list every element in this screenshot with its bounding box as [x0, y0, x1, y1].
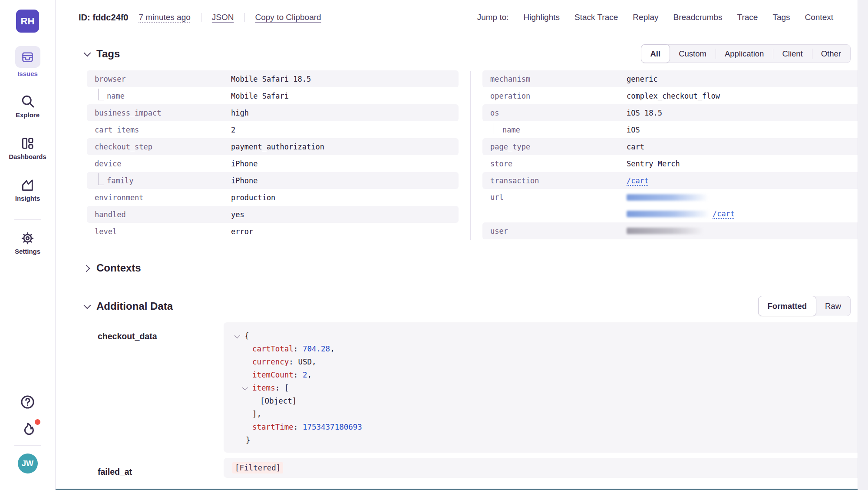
json-key: items: [252, 381, 275, 394]
tag-value: iPhone: [231, 159, 257, 168]
tag-row: user: [482, 222, 862, 239]
tag-filter-application[interactable]: Application: [716, 45, 773, 63]
tag-value: iOS: [627, 126, 640, 134]
json-line: {: [235, 329, 853, 342]
json-line: ],: [235, 407, 853, 420]
sidebar-item-issues[interactable]: Issues: [15, 46, 40, 77]
tag-filter-all[interactable]: All: [641, 44, 670, 63]
contexts-title: Contexts: [96, 262, 141, 274]
collapse-chevron-icon[interactable]: [84, 303, 91, 310]
json-key: currency: [252, 355, 289, 368]
tag-key: url: [482, 189, 627, 206]
json-punc: :: [294, 342, 303, 355]
tag-row: url/cart: [482, 189, 862, 222]
json-num: 704.28: [303, 342, 330, 355]
sidebar-item-insights[interactable]: Insights: [15, 178, 40, 202]
tag-key: store: [482, 159, 627, 168]
tags-filter-group: AllCustomApplicationClientOther: [641, 44, 851, 63]
jump-link-stack-trace[interactable]: Stack Trace: [574, 13, 618, 22]
jump-link-replay[interactable]: Replay: [633, 13, 658, 22]
format-toggle-group: FormattedRaw: [758, 296, 851, 316]
tag-filter-custom[interactable]: Custom: [670, 45, 716, 63]
tag-value: yes: [231, 210, 244, 219]
collapse-chevron-icon[interactable]: [243, 385, 248, 391]
jump-link-trace[interactable]: Trace: [737, 13, 758, 22]
additional-data-title: Additional Data: [96, 300, 173, 312]
tag-key: family: [87, 176, 231, 185]
tag-row: business_impacthigh: [87, 104, 459, 121]
sidebar-label: Issues: [17, 70, 38, 77]
json-str: [Object]: [260, 394, 297, 407]
expand-chevron-icon[interactable]: [84, 265, 91, 271]
tag-filter-client[interactable]: Client: [773, 45, 812, 63]
tags-section-header: Tags AllCustomApplicationClientOther: [56, 44, 868, 63]
tag-value: Sentry Merch: [627, 159, 680, 168]
tag-value: Mobile Safari 18.5: [231, 75, 311, 83]
scrollbar[interactable]: [858, 0, 868, 490]
tags-table: browserMobile Safari 18.5nameMobile Safa…: [56, 70, 868, 240]
json-link[interactable]: JSON: [212, 13, 234, 22]
event-time-link[interactable]: 7 minutes ago: [139, 13, 190, 22]
json-punc: ,: [330, 342, 335, 355]
sidebar-label: Insights: [15, 195, 40, 202]
json-punc: ,: [312, 355, 317, 368]
tag-value: 2: [231, 126, 235, 134]
jump-link-breadcrumbs[interactable]: Breadcrumbs: [673, 13, 723, 22]
org-avatar[interactable]: RH: [16, 10, 39, 33]
tags-title: Tags: [96, 48, 120, 60]
format-toggle-raw[interactable]: Raw: [816, 296, 850, 316]
tag-row: storeSentry Merch: [482, 155, 862, 172]
redacted-url-value: /cart: [627, 189, 735, 222]
sidebar-item-explore[interactable]: Explore: [16, 93, 40, 119]
notification-dot: [35, 419, 40, 425]
json-punc: :: [294, 420, 303, 434]
tag-row: operationcomplex_checkout_flow: [482, 87, 862, 104]
collapse-chevron-icon[interactable]: [84, 50, 91, 57]
sidebar-label: Settings: [15, 248, 40, 255]
tag-value-link[interactable]: /cart: [627, 176, 649, 185]
copy-to-clipboard-link[interactable]: Copy to Clipboard: [255, 13, 321, 22]
json-num: 1753437180693: [303, 420, 362, 434]
sidebar-item-settings[interactable]: Settings: [15, 231, 40, 255]
help-button[interactable]: [20, 394, 36, 412]
divider: [244, 13, 245, 22]
json-str: USD: [298, 355, 312, 368]
user-avatar[interactable]: JW: [18, 454, 38, 473]
jump-link-highlights[interactable]: Highlights: [524, 13, 560, 22]
json-line: currency: USD,: [235, 355, 853, 368]
tag-key: name: [87, 92, 231, 100]
tag-value: payment_authorization: [231, 142, 324, 151]
tag-row: nameMobile Safari: [87, 87, 459, 104]
json-punc: : [: [275, 381, 289, 394]
tag-key: os: [482, 109, 627, 117]
jump-link-context[interactable]: Context: [805, 13, 833, 22]
json-line: startTime: 1753437180693: [235, 420, 853, 434]
tag-row: environmentproduction: [87, 189, 459, 206]
tag-row: page_typecart: [482, 138, 862, 155]
tag-value: Mobile Safari: [231, 92, 289, 100]
redacted-line: [627, 189, 735, 205]
tag-row: deviceiPhone: [87, 155, 459, 172]
dashboards-icon: [20, 136, 35, 151]
contexts-section-header: Contexts: [56, 262, 868, 274]
tag-filter-other[interactable]: Other: [812, 45, 850, 63]
sidebar-item-dashboards[interactable]: Dashboards: [9, 136, 46, 160]
json-key: itemCount: [252, 368, 294, 381]
json-line: [Object]: [235, 394, 853, 407]
tag-key: cart_items: [87, 126, 231, 134]
section-divider: [71, 286, 855, 286]
tag-row: mechanismgeneric: [482, 70, 862, 87]
tag-key: operation: [482, 92, 627, 100]
divider: [201, 13, 201, 22]
json-punc: }: [246, 434, 251, 447]
tag-value-link[interactable]: /cart: [713, 209, 735, 218]
tag-key: level: [87, 227, 231, 236]
sidebar-label: Explore: [16, 111, 40, 119]
json-punc: :: [294, 368, 303, 381]
format-toggle-formatted[interactable]: Formatted: [758, 296, 816, 316]
tag-row: familyiPhone: [87, 172, 459, 189]
tag-key: name: [482, 126, 627, 134]
jump-link-tags[interactable]: Tags: [772, 13, 790, 22]
collapse-chevron-icon[interactable]: [235, 333, 240, 338]
whats-new-button[interactable]: [20, 421, 36, 439]
